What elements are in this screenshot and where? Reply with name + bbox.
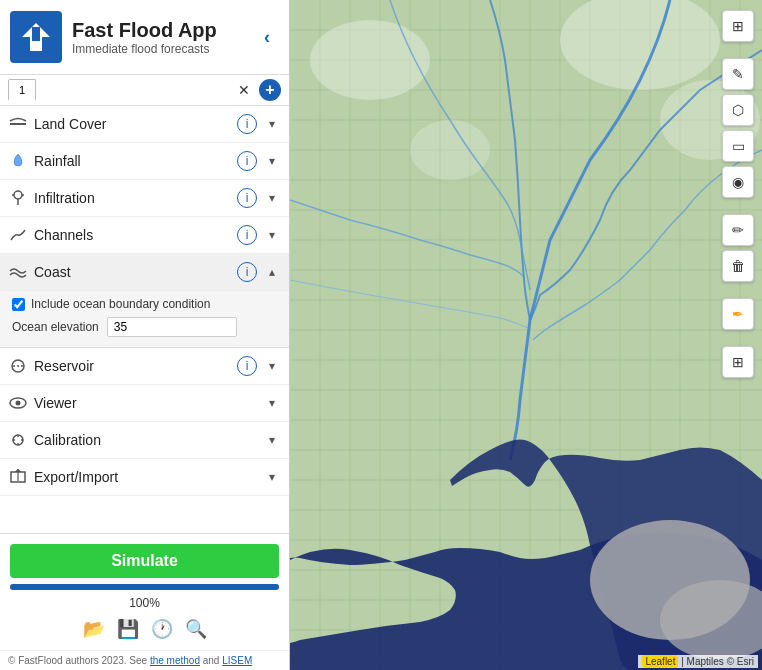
- layer-toggle-coast[interactable]: ▴: [263, 265, 281, 279]
- draw-polygon-tool-button[interactable]: ⬡: [722, 94, 754, 126]
- coast-icon: [8, 262, 28, 282]
- layer-item-infiltration[interactable]: Infiltration i ▾: [0, 180, 289, 217]
- add-button[interactable]: +: [259, 79, 281, 101]
- save-icon[interactable]: 💾: [117, 618, 139, 640]
- attribution-text: | Maptiles © Esri: [681, 656, 754, 667]
- coast-elevation-row: Ocean elevation: [12, 317, 277, 337]
- layer-label-rainfall: Rainfall: [34, 153, 231, 169]
- layer-item-reservoir[interactable]: Reservoir i ▾: [0, 348, 289, 385]
- progress-bar-container: [10, 584, 279, 590]
- svg-point-4: [14, 191, 22, 199]
- layer-item-calibration[interactable]: Calibration ▾: [0, 422, 289, 459]
- highlight-tool-button[interactable]: ✒: [722, 298, 754, 330]
- layer-label-coast: Coast: [34, 264, 231, 280]
- viewer-icon: [8, 393, 28, 413]
- layer-item-channels[interactable]: Channels i ▾: [0, 217, 289, 254]
- layer-item-rainfall[interactable]: Rainfall i ▾: [0, 143, 289, 180]
- open-folder-icon[interactable]: 📂: [83, 618, 105, 640]
- method-link[interactable]: the method: [150, 655, 200, 666]
- svg-point-6: [22, 194, 24, 196]
- layer-label-channels: Channels: [34, 227, 231, 243]
- draw-rect-tool-button[interactable]: ▭: [722, 130, 754, 162]
- svg-point-9: [13, 365, 15, 367]
- layer-label-calibration: Calibration: [34, 432, 257, 448]
- layer-item-export-import[interactable]: Export/Import ▾: [0, 459, 289, 496]
- ocean-elevation-label: Ocean elevation: [12, 320, 99, 334]
- app-title: Fast Flood App: [72, 19, 245, 42]
- layer-label-land-cover: Land Cover: [34, 116, 231, 132]
- coast-expanded-panel: Include ocean boundary condition Ocean e…: [0, 291, 289, 348]
- svg-point-11: [21, 365, 23, 367]
- layer-info-rainfall[interactable]: i: [237, 151, 257, 171]
- coast-checkbox-row: Include ocean boundary condition: [12, 297, 277, 311]
- map-area: ⊞ ✎ ⬡ ▭ ◉ ✏ 🗑 ✒ ⊞ Leaflet | Maptiles © E…: [290, 0, 762, 670]
- delete-tool-button[interactable]: 🗑: [722, 250, 754, 282]
- map-attribution: Leaflet | Maptiles © Esri: [638, 655, 758, 668]
- progress-label: 100%: [129, 596, 160, 610]
- map-canvas: [290, 0, 762, 670]
- sidebar: Fast Flood App Immediate flood forecasts…: [0, 0, 290, 670]
- layer-toggle-rainfall[interactable]: ▾: [263, 154, 281, 168]
- layer-list: Land Cover i ▾ Rainfall i ▾ Infiltration…: [0, 106, 289, 533]
- layer-toggle-land-cover[interactable]: ▾: [263, 117, 281, 131]
- layer-info-reservoir[interactable]: i: [237, 356, 257, 376]
- ocean-elevation-input[interactable]: [107, 317, 237, 337]
- svg-point-5: [12, 194, 14, 196]
- land-cover-icon: [8, 114, 28, 134]
- export-import-icon: [8, 467, 28, 487]
- bottom-section: Simulate 100% 📂 💾 🕐 🔍: [0, 533, 289, 650]
- layer-tab-1[interactable]: 1: [8, 79, 36, 101]
- search-icon[interactable]: 🔍: [185, 618, 207, 640]
- layer-toggle-export-import[interactable]: ▾: [263, 470, 281, 484]
- layer-label-viewer: Viewer: [34, 395, 257, 411]
- layer-toggle-channels[interactable]: ▾: [263, 228, 281, 242]
- draw-line-tool-button[interactable]: ✎: [722, 58, 754, 90]
- map-toolbar: ⊞ ✎ ⬡ ▭ ◉ ✏ 🗑 ✒ ⊞: [722, 10, 754, 378]
- bottom-icons: 📂 💾 🕐 🔍: [83, 618, 207, 640]
- toolbar-row: 1 ✕ +: [0, 75, 289, 106]
- edit-tool-button[interactable]: ✏: [722, 214, 754, 246]
- svg-point-10: [17, 365, 19, 367]
- layer-info-land-cover[interactable]: i: [237, 114, 257, 134]
- simulate-button[interactable]: Simulate: [10, 544, 279, 578]
- lisem-link[interactable]: LISEM: [222, 655, 252, 666]
- channels-icon: [8, 225, 28, 245]
- close-button[interactable]: ✕: [233, 79, 255, 101]
- layers-tool-button[interactable]: ⊞: [722, 10, 754, 42]
- ocean-boundary-checkbox[interactable]: [12, 298, 25, 311]
- layer-label-reservoir: Reservoir: [34, 358, 231, 374]
- infiltration-icon: [8, 188, 28, 208]
- progress-bar-fill: [10, 584, 279, 590]
- svg-point-13: [16, 401, 21, 406]
- layers2-tool-button[interactable]: ⊞: [722, 346, 754, 378]
- sidebar-collapse-button[interactable]: ‹: [255, 25, 279, 49]
- leaflet-badge: Leaflet: [642, 655, 678, 668]
- app-logo: [10, 11, 62, 63]
- svg-rect-2: [32, 27, 40, 41]
- layer-toggle-viewer[interactable]: ▾: [263, 396, 281, 410]
- draw-point-tool-button[interactable]: ◉: [722, 166, 754, 198]
- reservoir-icon: [8, 356, 28, 376]
- layer-item-land-cover[interactable]: Land Cover i ▾: [0, 106, 289, 143]
- footer: © FastFlood authors 2023. See the method…: [0, 650, 289, 670]
- layer-item-coast[interactable]: Coast i ▴: [0, 254, 289, 291]
- app-title-area: Fast Flood App Immediate flood forecasts: [72, 19, 245, 56]
- layer-toggle-calibration[interactable]: ▾: [263, 433, 281, 447]
- layer-label-infiltration: Infiltration: [34, 190, 231, 206]
- calibration-icon: [8, 430, 28, 450]
- ocean-boundary-label: Include ocean boundary condition: [31, 297, 210, 311]
- history-icon[interactable]: 🕐: [151, 618, 173, 640]
- app-subtitle: Immediate flood forecasts: [72, 42, 245, 56]
- layer-info-channels[interactable]: i: [237, 225, 257, 245]
- layer-toggle-reservoir[interactable]: ▾: [263, 359, 281, 373]
- layer-label-export-import: Export/Import: [34, 469, 257, 485]
- svg-point-62: [410, 120, 490, 180]
- rainfall-icon: [8, 151, 28, 171]
- layer-item-viewer[interactable]: Viewer ▾: [0, 385, 289, 422]
- layer-info-infiltration[interactable]: i: [237, 188, 257, 208]
- svg-rect-3: [10, 123, 26, 125]
- svg-point-59: [310, 20, 430, 100]
- app-header: Fast Flood App Immediate flood forecasts…: [0, 0, 289, 75]
- layer-info-coast[interactable]: i: [237, 262, 257, 282]
- layer-toggle-infiltration[interactable]: ▾: [263, 191, 281, 205]
